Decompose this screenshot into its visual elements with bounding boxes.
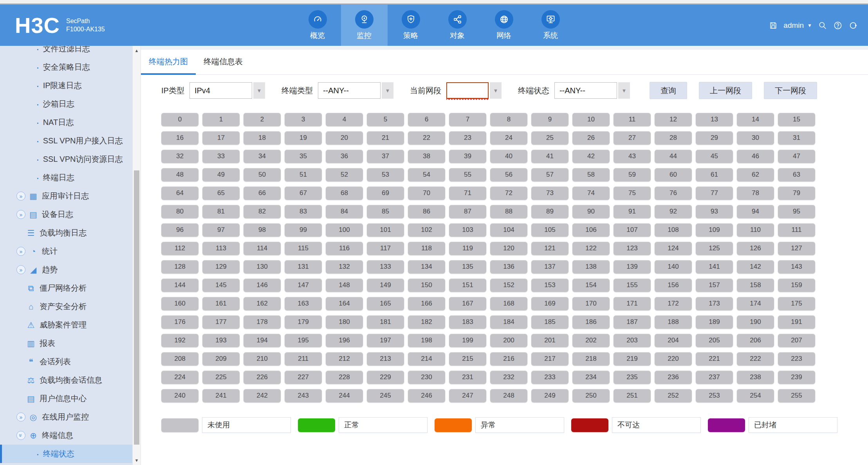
ip-cell-3[interactable]: 3 (285, 113, 322, 126)
ip-cell-181[interactable]: 181 (367, 315, 404, 329)
ip-cell-147[interactable]: 147 (285, 279, 322, 292)
ip-cell-174[interactable]: 174 (737, 297, 774, 310)
ip-type-dropdown-icon[interactable]: ▼ (253, 82, 265, 99)
ip-cell-43[interactable]: 43 (614, 150, 651, 163)
sidebar-item-负载均衡日志[interactable]: ☰负载均衡日志 (0, 224, 132, 242)
ip-cell-108[interactable]: 108 (655, 223, 692, 237)
ip-cell-240[interactable]: 240 (161, 389, 199, 402)
ip-cell-93[interactable]: 93 (696, 205, 733, 218)
ip-cell-166[interactable]: 166 (408, 297, 445, 310)
ip-cell-35[interactable]: 35 (285, 150, 322, 163)
ip-cell-242[interactable]: 242 (244, 389, 281, 402)
ip-cell-21[interactable]: 21 (367, 131, 404, 145)
ip-cell-81[interactable]: 81 (202, 205, 240, 218)
ip-cell-194[interactable]: 194 (244, 334, 281, 347)
ip-cell-48[interactable]: 48 (161, 168, 199, 181)
ip-cell-111[interactable]: 111 (778, 223, 815, 237)
ip-cell-247[interactable]: 247 (449, 389, 486, 402)
ip-cell-38[interactable]: 38 (408, 150, 445, 163)
sidebar-item-终端状态[interactable]: ·终端状态 (0, 445, 132, 463)
ip-cell-66[interactable]: 66 (244, 186, 281, 200)
scrollbar-thumb[interactable] (134, 170, 139, 445)
ip-cell-13[interactable]: 13 (696, 113, 733, 126)
ip-type-select[interactable]: IPv4 ▼ (189, 82, 265, 99)
ip-cell-255[interactable]: 255 (778, 389, 815, 402)
ip-cell-8[interactable]: 8 (490, 113, 527, 126)
status-dropdown-icon[interactable]: ▼ (618, 82, 630, 99)
ip-cell-228[interactable]: 228 (326, 371, 363, 384)
query-button[interactable]: 查询 (650, 82, 687, 99)
scrollbar-down-icon[interactable]: ▼ (133, 456, 141, 464)
ip-cell-60[interactable]: 60 (655, 168, 692, 181)
ip-cell-229[interactable]: 229 (367, 371, 404, 384)
ip-cell-88[interactable]: 88 (490, 205, 527, 218)
ip-cell-73[interactable]: 73 (531, 186, 568, 200)
sidebar-item-IP限速日志[interactable]: ·IP限速日志 (0, 76, 132, 95)
ip-cell-137[interactable]: 137 (531, 260, 568, 273)
ip-cell-41[interactable]: 41 (531, 150, 568, 163)
ip-cell-104[interactable]: 104 (490, 223, 527, 237)
ip-cell-153[interactable]: 153 (531, 279, 568, 292)
sidebar-item-负载均衡会话信息[interactable]: ⚖负载均衡会话信息 (0, 371, 132, 389)
ip-cell-31[interactable]: 31 (778, 131, 815, 145)
sidebar-item-威胁案件管理[interactable]: ⚠威胁案件管理 (0, 316, 132, 334)
ip-cell-236[interactable]: 236 (655, 371, 692, 384)
ip-cell-234[interactable]: 234 (572, 371, 610, 384)
ip-cell-76[interactable]: 76 (655, 186, 692, 200)
ip-cell-173[interactable]: 173 (696, 297, 733, 310)
sidebar-item-报表[interactable]: ▥报表 (0, 334, 132, 353)
terminal-type-dropdown-icon[interactable]: ▼ (382, 82, 393, 99)
ip-cell-95[interactable]: 95 (778, 205, 815, 218)
tab-终端信息表[interactable]: 终端信息表 (196, 56, 251, 74)
ip-cell-75[interactable]: 75 (614, 186, 651, 200)
ip-cell-44[interactable]: 44 (655, 150, 692, 163)
ip-cell-150[interactable]: 150 (408, 279, 445, 292)
ip-cell-145[interactable]: 145 (202, 279, 240, 292)
ip-cell-136[interactable]: 136 (490, 260, 527, 273)
ip-cell-97[interactable]: 97 (202, 223, 240, 237)
ip-cell-118[interactable]: 118 (408, 242, 445, 255)
help-icon[interactable] (833, 21, 843, 30)
ip-cell-134[interactable]: 134 (408, 260, 445, 273)
ip-cell-102[interactable]: 102 (408, 223, 445, 237)
ip-cell-37[interactable]: 37 (367, 150, 404, 163)
ip-cell-84[interactable]: 84 (326, 205, 363, 218)
expand-icon[interactable]: » (16, 413, 25, 422)
ip-cell-252[interactable]: 252 (655, 389, 692, 402)
ip-cell-248[interactable]: 248 (490, 389, 527, 402)
ip-cell-77[interactable]: 77 (696, 186, 733, 200)
user-name[interactable]: admin (783, 21, 804, 30)
scrollbar-up-icon[interactable]: ▲ (133, 47, 141, 54)
ip-cell-58[interactable]: 58 (572, 168, 610, 181)
sidebar-item-僵尸网络分析[interactable]: ⧉僵尸网络分析 (0, 279, 132, 297)
ip-cell-168[interactable]: 168 (490, 297, 527, 310)
ip-cell-25[interactable]: 25 (531, 131, 568, 145)
tab-终端热力图[interactable]: 终端热力图 (141, 56, 196, 74)
ip-cell-216[interactable]: 216 (490, 352, 527, 365)
ip-cell-208[interactable]: 208 (161, 352, 199, 365)
ip-cell-72[interactable]: 72 (490, 186, 527, 200)
sidebar-item-统计[interactable]: »◔统计 (0, 242, 132, 261)
ip-cell-143[interactable]: 143 (778, 260, 815, 273)
ip-cell-220[interactable]: 220 (655, 352, 692, 365)
ip-cell-18[interactable]: 18 (244, 131, 281, 145)
ip-cell-26[interactable]: 26 (572, 131, 610, 145)
expand-icon[interactable]: » (16, 247, 25, 256)
ip-cell-91[interactable]: 91 (614, 205, 651, 218)
sidebar-item-文件过滤日志[interactable]: ·文件过滤日志 (0, 46, 132, 58)
status-value[interactable]: --ANY-- (554, 82, 617, 99)
ip-cell-29[interactable]: 29 (696, 131, 733, 145)
ip-cell-30[interactable]: 30 (737, 131, 774, 145)
segment-input[interactable] (446, 82, 489, 99)
ip-cell-163[interactable]: 163 (285, 297, 322, 310)
ip-cell-40[interactable]: 40 (490, 150, 527, 163)
ip-cell-251[interactable]: 251 (614, 389, 651, 402)
ip-cell-156[interactable]: 156 (655, 279, 692, 292)
search-icon[interactable] (818, 21, 827, 30)
ip-cell-115[interactable]: 115 (285, 242, 322, 255)
ip-cell-213[interactable]: 213 (367, 352, 404, 365)
ip-cell-167[interactable]: 167 (449, 297, 486, 310)
next-segment-button[interactable]: 下一网段 (764, 82, 817, 99)
ip-cell-211[interactable]: 211 (285, 352, 322, 365)
ip-cell-175[interactable]: 175 (778, 297, 815, 310)
